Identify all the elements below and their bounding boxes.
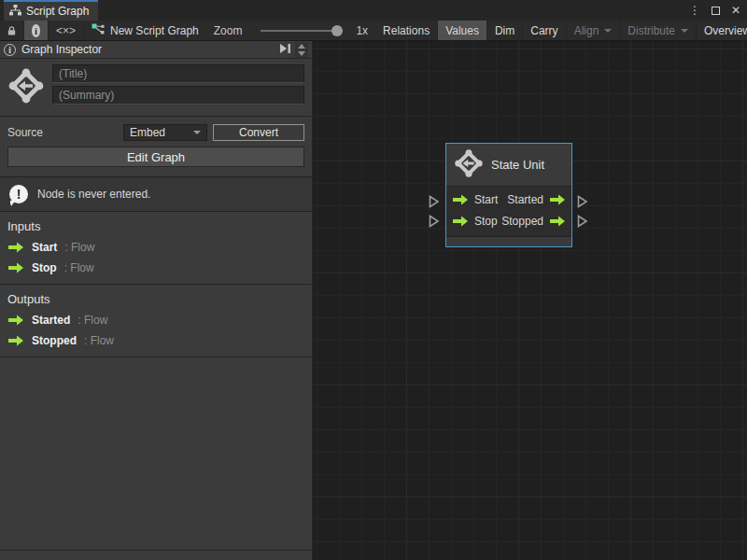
carry-toggle[interactable]: Carry — [523, 21, 566, 40]
window-tab-bar: Script Graph ⋮ ✕ — [0, 0, 747, 21]
list-item: Started : Flow — [7, 314, 304, 327]
values-toggle[interactable]: Values — [438, 21, 487, 40]
port-name: Started — [507, 193, 543, 206]
graph-canvas[interactable]: State Unit Start Started Stop Sto — [313, 41, 747, 560]
info-icon: i — [4, 44, 16, 56]
graph-inspector-panel: i Graph Inspector Source Embed — [0, 41, 313, 560]
maximize-icon[interactable] — [708, 3, 723, 18]
graph-title-block — [0, 59, 312, 117]
panel-divider — [0, 550, 312, 551]
align-dropdown[interactable]: Align — [567, 21, 621, 40]
list-item: Stop : Flow — [7, 261, 304, 274]
zoom-value: 1x — [354, 21, 375, 40]
zoom-label: Zoom — [206, 21, 250, 40]
port-type: : Flow — [84, 334, 114, 347]
code-preview-icon[interactable]: <×> — [49, 21, 84, 40]
flow-out-icon[interactable] — [549, 194, 566, 205]
tab-script-graph[interactable]: Script Graph — [4, 0, 98, 21]
node-port-row: Start Started — [452, 191, 566, 208]
list-item: Stopped : Flow — [7, 334, 304, 347]
warning-row: ! Node is never entered. — [0, 176, 312, 212]
port-type: : Flow — [64, 261, 94, 274]
inputs-header: Inputs — [7, 219, 304, 233]
port-type: : Flow — [78, 314, 107, 327]
script-graph-icon — [92, 23, 105, 38]
flow-out-icon[interactable] — [549, 216, 566, 227]
lock-icon[interactable] — [0, 21, 24, 40]
port-name: Stopped — [32, 334, 77, 347]
graph-info-toggle[interactable]: i — [24, 21, 49, 40]
chevron-down-icon — [604, 29, 612, 33]
inputs-section: Inputs Start : Flow Stop : Flow — [0, 212, 312, 285]
dock-panel-icon[interactable] — [278, 43, 291, 57]
node-input-port[interactable] — [429, 195, 440, 208]
hierarchy-icon — [9, 5, 21, 19]
warning-text: Node is never entered. — [37, 188, 150, 201]
relations-toggle[interactable]: Relations — [375, 21, 438, 40]
flow-arrow-icon — [7, 335, 24, 346]
outputs-section: Outputs Started : Flow Stopped : Flow — [0, 285, 312, 357]
dim-toggle[interactable]: Dim — [487, 21, 523, 40]
port-name: Stopped — [501, 215, 543, 228]
chevron-down-icon — [193, 131, 201, 134]
flow-arrow-icon — [7, 242, 24, 253]
port-name: Stop — [474, 215, 498, 228]
node-input-port[interactable] — [429, 215, 440, 228]
tab-title: Script Graph — [26, 5, 89, 18]
flow-in-icon[interactable] — [452, 216, 469, 227]
graph-title-input[interactable] — [52, 64, 304, 83]
node-header[interactable]: State Unit — [446, 144, 571, 187]
node-output-port[interactable] — [577, 215, 588, 228]
node-title: State Unit — [491, 158, 544, 172]
close-icon[interactable]: ✕ — [728, 3, 743, 18]
graph-summary-input[interactable] — [52, 86, 304, 105]
list-item: Start : Flow — [7, 241, 304, 254]
graph-toolbar: i <×> New Script Graph Zoom 1x Relations… — [0, 21, 747, 41]
distribute-dropdown[interactable]: Distribute — [620, 21, 697, 40]
flow-in-icon[interactable] — [452, 194, 469, 205]
scroll-up-icon[interactable] — [298, 44, 305, 49]
port-name: Stop — [32, 261, 57, 274]
source-row: Source Embed Convert — [0, 117, 312, 141]
source-dropdown[interactable]: Embed — [123, 124, 207, 141]
node-footer — [446, 236, 571, 246]
source-label: Source — [7, 126, 118, 139]
graph-inspector-header: i Graph Inspector — [0, 41, 312, 59]
node-port-row: Stop Stopped — [452, 213, 566, 230]
info-icon: i — [32, 24, 40, 37]
graph-name-label: New Script Graph — [110, 24, 199, 37]
node-output-port[interactable] — [577, 195, 588, 208]
scroll-down-icon[interactable] — [298, 51, 305, 56]
convert-button[interactable]: Convert — [213, 124, 304, 141]
zoom-slider[interactable] — [249, 21, 354, 40]
state-unit-icon — [7, 64, 45, 108]
port-name: Started — [32, 314, 70, 327]
chevron-down-icon — [681, 29, 688, 33]
warning-bubble-icon: ! — [9, 185, 28, 203]
source-value: Embed — [130, 126, 165, 139]
state-unit-icon — [454, 148, 484, 181]
flow-arrow-icon — [7, 262, 24, 273]
port-name: Start — [32, 241, 57, 254]
node-body: Start Started Stop Stopped — [446, 187, 571, 236]
window-menu-icon[interactable]: ⋮ — [687, 3, 702, 18]
outputs-header: Outputs — [7, 292, 304, 306]
zoom-slider-handle[interactable] — [331, 25, 343, 36]
flow-arrow-icon — [7, 315, 24, 326]
port-type: : Flow — [64, 241, 94, 254]
state-unit-node[interactable]: State Unit Start Started Stop Sto — [445, 143, 572, 247]
port-name: Start — [474, 193, 498, 206]
panel-title: Graph Inspector — [21, 43, 102, 56]
panel-scroll-spinner[interactable] — [295, 42, 308, 58]
edit-graph-button[interactable]: Edit Graph — [7, 147, 304, 167]
overview-button[interactable]: Overview — [697, 21, 747, 40]
graph-breadcrumb[interactable]: New Script Graph — [84, 21, 206, 40]
